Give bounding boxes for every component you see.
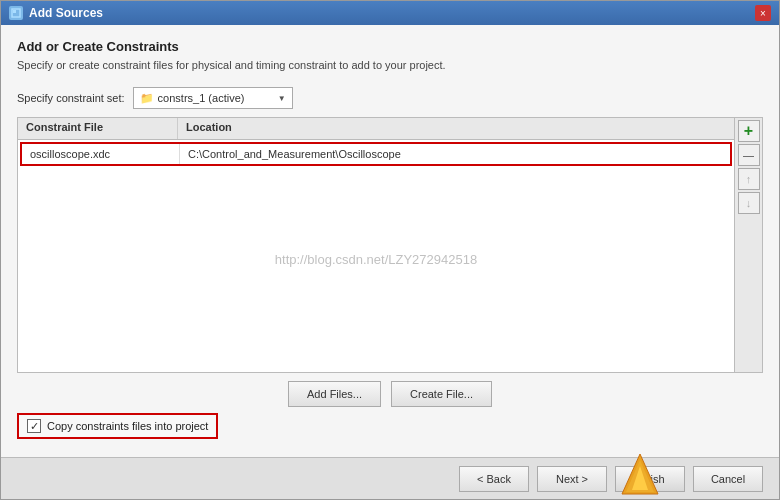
add-files-button[interactable]: Add Files... xyxy=(288,381,381,407)
title-bar: Add Sources × xyxy=(1,1,779,25)
column-header-location: Location xyxy=(178,118,734,139)
constraint-set-label: Specify constraint set: xyxy=(17,92,125,104)
dropdown-value: constrs_1 (active) xyxy=(158,92,245,104)
title-bar-left: Add Sources xyxy=(9,6,103,20)
table-body: oscilloscope.xdc C:\Control_and_Measurem… xyxy=(18,140,734,372)
cell-location: C:\Control_and_Measurement\Oscilloscope xyxy=(180,144,730,164)
copy-constraints-label: Copy constraints files into project xyxy=(47,420,208,432)
constraint-table: Constraint File Location oscilloscope.xd… xyxy=(17,117,735,373)
constraint-set-row: Specify constraint set: 📁 constrs_1 (act… xyxy=(17,87,763,109)
table-sidebar-buttons: + — ↑ ↓ xyxy=(735,117,763,373)
dropdown-folder-icon: 📁 xyxy=(140,92,154,105)
action-buttons-row: Add Files... Create File... xyxy=(17,381,763,407)
watermark-text: http://blog.csdn.net/LZY272942518 xyxy=(275,252,477,267)
checkmark-icon: ✓ xyxy=(30,421,39,432)
window-title: Add Sources xyxy=(29,6,103,20)
copy-constraints-row[interactable]: ✓ Copy constraints files into project xyxy=(17,413,218,439)
main-window: Add Sources × Add or Create Constraints … xyxy=(0,0,780,500)
cell-file: oscilloscope.xdc xyxy=(22,144,180,164)
vivado-logo xyxy=(620,452,660,492)
chevron-down-icon: ▼ xyxy=(278,94,286,103)
cancel-button[interactable]: Cancel xyxy=(693,466,763,492)
table-header: Constraint File Location xyxy=(18,118,734,140)
remove-row-button[interactable]: — xyxy=(738,144,760,166)
next-button[interactable]: Next > xyxy=(537,466,607,492)
table-row[interactable]: oscilloscope.xdc C:\Control_and_Measurem… xyxy=(20,142,732,166)
close-button[interactable]: × xyxy=(755,5,771,21)
column-header-file: Constraint File xyxy=(18,118,178,139)
move-up-button[interactable]: ↑ xyxy=(738,168,760,190)
constraint-set-dropdown[interactable]: 📁 constrs_1 (active) ▼ xyxy=(133,87,293,109)
svg-rect-1 xyxy=(13,10,16,13)
create-file-button[interactable]: Create File... xyxy=(391,381,492,407)
move-down-button[interactable]: ↓ xyxy=(738,192,760,214)
back-button[interactable]: < Back xyxy=(459,466,529,492)
add-row-button[interactable]: + xyxy=(738,120,760,142)
main-content: Add or Create Constraints Specify or cre… xyxy=(1,25,779,457)
footer: < Back Next > Finish Cancel xyxy=(1,457,779,499)
section-description: Specify or create constraint files for p… xyxy=(17,58,763,73)
table-container: Constraint File Location oscilloscope.xd… xyxy=(17,117,763,373)
section-title: Add or Create Constraints xyxy=(17,39,763,54)
copy-constraints-checkbox[interactable]: ✓ xyxy=(27,419,41,433)
window-icon xyxy=(9,6,23,20)
